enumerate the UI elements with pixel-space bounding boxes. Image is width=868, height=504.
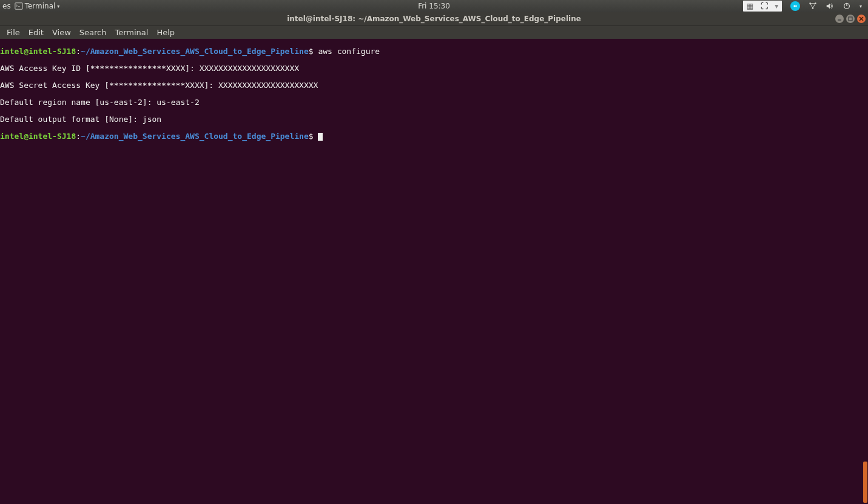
workspace-switcher[interactable]: ▦ ⛶ ▾ [743,1,782,12]
maximize-button[interactable] [846,15,855,23]
menu-view[interactable]: View [48,28,75,37]
svg-rect-0 [15,3,22,10]
teamviewer-indicator[interactable] [790,1,800,11]
close-button[interactable] [857,15,866,23]
terminal-line: intel@intel-SJ18:~/Amazon_Web_Services_A… [0,132,868,141]
menu-bar: File Edit View Search Terminal Help [0,25,868,39]
window-title: intel@intel-SJ18: ~/Amazon_Web_Services_… [287,15,581,23]
prompt-separator: : [76,47,81,56]
menu-file[interactable]: File [2,28,24,37]
power-icon [843,2,851,10]
chevron-down-icon: ▾ [860,4,862,9]
terminal-line: Default output format [None]: json [0,115,868,124]
menu-search[interactable]: Search [75,28,111,37]
grid-icon: ▦ [747,2,753,10]
terminal-line: AWS Access Key ID [****************XXXX]… [0,64,868,73]
chevron-down-icon: ▾ [775,2,778,10]
system-menu-arrow[interactable]: ▾ [860,4,862,9]
terminal-icon [15,2,23,10]
text-cursor [318,133,323,141]
menu-edit[interactable]: Edit [24,28,48,37]
terminal-app-label: Terminal [25,2,56,10]
close-icon [859,16,864,21]
prompt-path: /Amazon_Web_Services_AWS_Cloud_to_Edge_P… [86,47,309,56]
prompt-dollar: $ [309,47,314,56]
volume-icon [826,2,834,10]
minimize-icon [837,16,842,21]
network-icon [809,2,817,10]
scrollbar-thumb[interactable] [863,462,867,503]
expand-icon: ⛶ [761,2,768,10]
command-text: aws configure [314,47,380,56]
menu-terminal[interactable]: Terminal [110,28,152,37]
prompt-path-prefix: ~ [81,47,86,56]
terminal-viewport[interactable]: intel@intel-SJ18:~/Amazon_Web_Services_A… [0,39,868,504]
prompt-separator: : [76,132,81,141]
prompt-path: /Amazon_Web_Services_AWS_Cloud_to_Edge_P… [86,132,309,141]
volume-indicator[interactable] [826,2,834,10]
prompt-user-host: intel@intel-SJ18 [0,132,76,141]
panel-left-truncated: es [2,2,11,10]
clock[interactable]: Fri 15:30 [418,2,450,10]
prompt-path-prefix: ~ [81,132,86,141]
terminal-line: Default region name [us-east-2]: us-east… [0,98,868,107]
desktop-top-panel: es Terminal ▾ Fri 15:30 ▦ ⛶ ▾ [0,0,868,12]
network-indicator[interactable] [809,2,817,10]
chevron-down-icon: ▾ [57,4,59,9]
terminal-line: intel@intel-SJ18:~/Amazon_Web_Services_A… [0,47,868,56]
power-indicator[interactable] [843,2,851,10]
svg-rect-10 [849,17,852,21]
terminal-app-indicator[interactable]: Terminal ▾ [15,2,60,10]
terminal-line: AWS Secret Access Key [****************X… [0,81,868,90]
window-title-bar: intel@intel-SJ18: ~/Amazon_Web_Services_… [0,12,868,25]
svg-rect-3 [795,5,796,7]
minimize-button[interactable] [835,15,844,23]
teamviewer-icon [792,3,798,9]
menu-help[interactable]: Help [152,28,179,37]
prompt-dollar: $ [309,132,314,141]
prompt-user-host: intel@intel-SJ18 [0,47,76,56]
maximize-icon [848,16,853,21]
command-text [314,132,318,141]
